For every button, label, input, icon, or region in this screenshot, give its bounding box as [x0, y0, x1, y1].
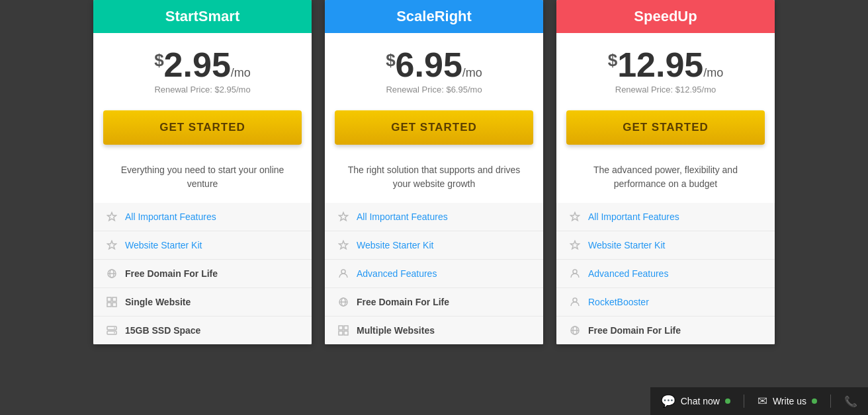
write-us-button[interactable]: ✉ Write us [758, 394, 817, 408]
feature-text: Single Website [125, 297, 191, 307]
plan-price-section-scaleright: $6.95/moRenewal Price: $6.95/mo [325, 33, 543, 110]
chat-divider [744, 395, 744, 408]
svg-rect-20 [344, 326, 348, 330]
feature-text: 15GB SSD Space [125, 325, 200, 336]
feature-icon-grid [105, 295, 118, 309]
svg-rect-6 [112, 297, 116, 301]
feature-item: All Important Features [93, 203, 312, 231]
plan-card-startsmart: StartSmart$2.95/moRenewal Price: $2.95/m… [93, 0, 312, 344]
svg-rect-21 [339, 331, 343, 335]
svg-marker-23 [571, 213, 580, 221]
feature-item: Single Website [93, 288, 312, 317]
get-started-button-startsmart[interactable]: GET STARTED [103, 110, 302, 145]
chat-online-dot [725, 398, 730, 404]
feature-item: Website Starter Kit [93, 231, 312, 260]
feature-icon-star [337, 239, 350, 252]
svg-point-26 [573, 298, 577, 302]
plan-price-section-startsmart: $2.95/moRenewal Price: $2.95/mo [93, 33, 312, 110]
plan-card-speedup: SpeedUp$12.95/moRenewal Price: $12.95/mo… [556, 0, 775, 344]
chat-now-label: Chat now [681, 396, 720, 406]
price-per-mo: /mo [462, 66, 482, 79]
svg-marker-0 [108, 213, 116, 221]
price-currency: $ [386, 50, 395, 70]
feature-icon-star [568, 210, 582, 223]
feature-icon-person [568, 267, 582, 280]
feature-item: Free Domain For Life [93, 260, 312, 288]
get-started-button-speedup[interactable]: GET STARTED [566, 110, 765, 145]
price-currency: $ [154, 50, 163, 70]
feature-item: Advanced Features [556, 260, 775, 288]
feature-icon-globe [568, 324, 582, 337]
write-icon: ✉ [758, 394, 767, 408]
feature-link[interactable]: All Important Features [357, 211, 448, 222]
feature-link[interactable]: All Important Features [125, 211, 216, 222]
feature-item: 15GB SSD Space [93, 317, 312, 344]
feature-icon-star [337, 210, 350, 223]
svg-marker-13 [339, 213, 348, 221]
price-amount: 6.95 [396, 46, 462, 84]
price-currency: $ [608, 50, 617, 70]
svg-marker-1 [108, 241, 116, 249]
feature-link[interactable]: Website Starter Kit [588, 240, 665, 250]
feature-text: Free Domain For Life [588, 325, 681, 336]
svg-rect-19 [339, 326, 343, 330]
feature-icon-server [105, 324, 118, 337]
plan-price-speedup: $12.95/mo [570, 48, 761, 82]
plan-features-speedup: All Important Features Website Starter K… [556, 203, 775, 344]
price-per-mo: /mo [231, 66, 251, 79]
chat-bar: 💬 Chat now ✉ Write us 📞 [650, 387, 868, 415]
feature-item: All Important Features [556, 203, 775, 231]
feature-icon-globe [105, 267, 118, 280]
plan-header-startsmart: StartSmart [93, 0, 312, 33]
svg-rect-7 [107, 303, 111, 307]
plan-price-startsmart: $2.95/mo [107, 48, 298, 82]
plan-description-speedup: The advanced power, flexibility and perf… [556, 157, 775, 203]
feature-item: All Important Features [325, 203, 543, 231]
feature-text: Free Domain For Life [357, 297, 449, 307]
feature-link[interactable]: RocketBooster [588, 297, 649, 307]
plan-header-speedup: SpeedUp [556, 0, 775, 33]
svg-point-12 [114, 332, 115, 334]
chat-now-button[interactable]: 💬 Chat now [661, 394, 730, 408]
plan-header-scaleright: ScaleRight [325, 0, 543, 33]
feature-icon-star [568, 239, 582, 252]
svg-point-25 [573, 270, 577, 274]
svg-rect-8 [112, 303, 116, 307]
feature-item: Advanced Features [325, 260, 543, 288]
chat-divider-2 [830, 395, 831, 408]
feature-icon-star [105, 239, 118, 252]
feature-item: Free Domain For Life [556, 317, 775, 344]
feature-item: Website Starter Kit [325, 231, 543, 260]
feature-link[interactable]: All Important Features [588, 211, 679, 222]
price-amount: 12.95 [617, 46, 703, 84]
phone-button[interactable]: 📞 [844, 395, 857, 408]
write-online-dot [812, 398, 817, 404]
plan-price-section-speedup: $12.95/moRenewal Price: $12.95/mo [556, 33, 775, 110]
svg-marker-14 [339, 241, 348, 249]
feature-link[interactable]: Website Starter Kit [125, 240, 202, 250]
feature-icon-globe [337, 295, 350, 309]
feature-item: Free Domain For Life [325, 288, 543, 317]
feature-text: Multiple Websites [357, 325, 435, 336]
chat-icon: 💬 [661, 394, 675, 408]
get-started-button-scaleright[interactable]: GET STARTED [335, 110, 533, 145]
feature-icon-grid [337, 324, 350, 337]
renewal-price: Renewal Price: $6.95/mo [338, 85, 530, 94]
plan-features-startsmart: All Important Features Website Starter K… [93, 203, 312, 344]
feature-icon-person [337, 267, 350, 280]
svg-rect-5 [107, 297, 111, 301]
feature-text: Free Domain For Life [125, 268, 218, 279]
feature-link[interactable]: Advanced Features [357, 268, 437, 279]
feature-link[interactable]: Website Starter Kit [357, 240, 433, 250]
feature-item: Multiple Websites [325, 317, 543, 344]
feature-item: Website Starter Kit [556, 231, 775, 260]
renewal-price: Renewal Price: $12.95/mo [570, 85, 761, 94]
price-per-mo: /mo [703, 66, 723, 79]
feature-icon-person [568, 295, 582, 309]
svg-point-15 [341, 270, 345, 274]
plan-card-scaleright: ScaleRight$6.95/moRenewal Price: $6.95/m… [325, 0, 543, 344]
plan-description-scaleright: The right solution that supports and dri… [325, 157, 543, 203]
feature-link[interactable]: Advanced Features [588, 268, 668, 279]
feature-icon-star [105, 210, 118, 223]
write-us-label: Write us [773, 396, 806, 406]
